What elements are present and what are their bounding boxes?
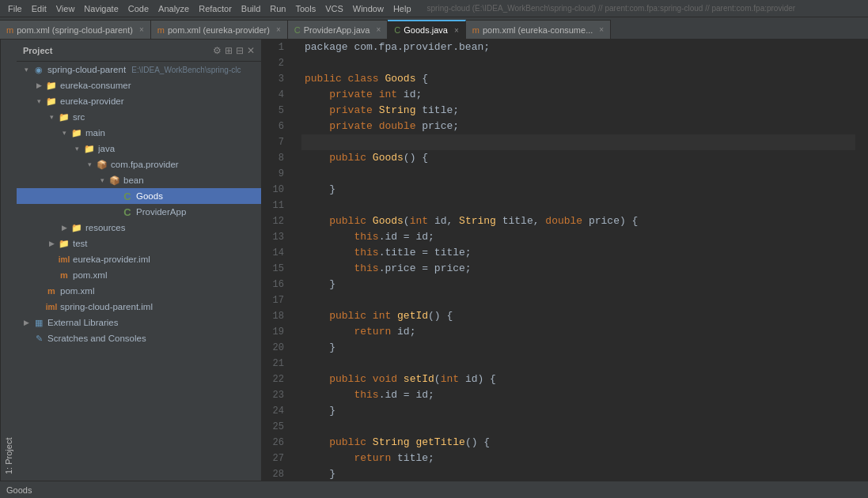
code-line-20: } [301, 340, 855, 356]
close-tab-pom-parent[interactable]: × [139, 25, 144, 34]
label-src: src [73, 112, 261, 122]
tree-main[interactable]: ▾ 📁 main [17, 125, 261, 141]
line-numbers: 1234567891011121314151617181920212223242… [262, 40, 290, 481]
sidebar-header-icons: ⚙ ⊞ ⊟ ✕ [213, 45, 255, 56]
tab-pom-provider[interactable]: m pom.xml (eureka-provider) × [151, 20, 288, 39]
label-eureka-provider-iml: eureka-provider.iml [73, 255, 261, 264]
tree-java[interactable]: ▾ 📁 java [17, 141, 261, 157]
tree-bean[interactable]: ▾ 📦 bean [17, 172, 261, 188]
label-spring-cloud-parent-iml: spring-cloud-parent.iml [60, 302, 261, 311]
tree-goods-class[interactable]: C Goods [17, 188, 261, 204]
label-scratches: Scratches and Consoles [47, 334, 261, 343]
line-number-1: 1 [265, 40, 284, 55]
code-line-25 [301, 419, 855, 435]
code-line-24: } [301, 403, 855, 419]
arrow-src: ▾ [45, 113, 58, 121]
menu-vcs[interactable]: VCS [320, 4, 348, 13]
tree-spring-cloud-parent-iml[interactable]: iml spring-cloud-parent.iml [17, 299, 261, 315]
line-number-2: 2 [265, 55, 284, 71]
menu-edit[interactable]: Edit [27, 4, 51, 13]
iml-icon-parent: iml [45, 300, 58, 313]
tab-pom-consumer[interactable]: m pom.xml (eureka-consume... × [466, 20, 611, 39]
tree-eureka-provider[interactable]: ▾ 📁 eureka-provider [17, 93, 261, 109]
java-active-icon: C [394, 25, 400, 35]
tab-provider-app[interactable]: C ProviderApp.java × [288, 20, 389, 39]
tab-label-pom-provider: pom.xml (eureka-provider) [168, 25, 270, 35]
label-spring-cloud-parent: spring-cloud-parent E:\IDEA_WorkBench\sp… [47, 65, 261, 74]
code-line-6: private double price; [301, 119, 855, 134]
menu-code[interactable]: Code [123, 4, 154, 13]
hide-icon[interactable]: ✕ [247, 45, 255, 56]
code-line-17 [301, 292, 855, 308]
arrow-test: ▶ [45, 240, 58, 247]
label-test: test [73, 239, 261, 248]
code-lines[interactable]: package com.fpa.provider.bean; public cl… [301, 40, 868, 481]
tree-src[interactable]: ▾ 📁 src [17, 109, 261, 125]
settings-icon[interactable]: ⚙ [213, 45, 222, 56]
label-provider-app: ProviderApp [136, 207, 261, 217]
expand-icon[interactable]: ⊞ [225, 45, 233, 56]
arrow-eureka-consumer: ▶ [32, 81, 45, 89]
tree-resources[interactable]: ▶ 📁 resources [17, 220, 261, 236]
code-line-2 [301, 55, 855, 71]
line-number-27: 27 [265, 451, 284, 466]
code-line-28: } [301, 466, 855, 481]
tree-scratches[interactable]: ✎ Scratches and Consoles [17, 330, 261, 346]
tab-goods[interactable]: C Goods.java × [388, 20, 465, 39]
menu-run[interactable]: Run [265, 4, 290, 13]
package-icon-com-fpa-provider: 📦 [96, 158, 108, 171]
project-icon: ◉ [32, 63, 45, 76]
tab-pom-parent[interactable]: m pom.xml (spring-cloud-parent) × [0, 20, 151, 39]
menu-view[interactable]: View [51, 4, 80, 13]
tree-spring-cloud-parent[interactable]: ▾ ◉ spring-cloud-parent E:\IDEA_WorkBenc… [17, 62, 261, 77]
xml-icon-pom-provider: m [58, 269, 70, 281]
menu-navigate[interactable]: Navigate [79, 4, 123, 13]
collapse-icon[interactable]: ⊟ [236, 45, 244, 56]
menu-tools[interactable]: Tools [290, 4, 320, 13]
status-bar: Goods [0, 481, 868, 498]
code-container[interactable]: 1234567891011121314151617181920212223242… [262, 40, 868, 481]
menu-window[interactable]: Window [348, 4, 389, 13]
close-tab-pom-consumer[interactable]: × [599, 25, 604, 34]
close-tab-pom-provider[interactable]: × [276, 25, 281, 34]
line-number-21: 21 [265, 356, 284, 372]
tree-test[interactable]: ▶ 📁 test [17, 236, 261, 251]
line-number-8: 8 [265, 150, 284, 166]
tree-pom-provider[interactable]: m pom.xml [17, 267, 261, 283]
menu-bar: File Edit View Navigate Code Analyze Ref… [0, 0, 868, 17]
label-eureka-provider: eureka-provider [60, 96, 261, 106]
menu-analyze[interactable]: Analyze [154, 4, 194, 13]
menu-build[interactable]: Build [237, 4, 265, 13]
tree-com-fpa-provider[interactable]: ▾ 📦 com.fpa.provider [17, 157, 261, 172]
project-panel-label[interactable]: 1: Project [0, 40, 17, 481]
line-number-23: 23 [265, 387, 284, 403]
iml-icon: iml [58, 253, 70, 266]
class-icon-goods: C [121, 190, 134, 202]
tree-external-libraries[interactable]: ▶ ▦ External Libraries [17, 315, 261, 330]
menu-file[interactable]: File [3, 4, 27, 13]
menu-refactor[interactable]: Refactor [194, 4, 237, 13]
label-external-libraries: External Libraries [47, 318, 261, 327]
code-line-10: } [301, 182, 855, 198]
code-line-23: this.id = id; [301, 387, 855, 403]
close-tab-provider-app[interactable]: × [376, 25, 381, 34]
tab-label-goods: Goods.java [404, 25, 448, 35]
close-tab-goods[interactable]: × [454, 26, 459, 35]
scratch-icon: ✎ [32, 332, 45, 345]
code-line-27: return title; [301, 451, 855, 466]
line-number-19: 19 [265, 324, 284, 340]
line-number-25: 25 [265, 419, 284, 435]
xml-icon-pom-parent: m [45, 285, 58, 297]
line-number-12: 12 [265, 213, 284, 229]
line-number-4: 4 [265, 87, 284, 103]
tree-provider-app[interactable]: C ProviderApp [17, 204, 261, 220]
code-line-15: this.price = price; [301, 261, 855, 277]
sidebar-header: Project ⚙ ⊞ ⊟ ✕ [17, 40, 261, 62]
label-main: main [85, 128, 261, 138]
menu-help[interactable]: Help [389, 4, 416, 13]
tree-pom-parent[interactable]: m pom.xml [17, 283, 261, 299]
arrow-resources: ▶ [58, 224, 70, 232]
tree-eureka-provider-iml[interactable]: iml eureka-provider.iml [17, 251, 261, 267]
tree-eureka-consumer[interactable]: ▶ 📁 eureka-consumer [17, 77, 261, 93]
java-icon: C [294, 25, 301, 35]
